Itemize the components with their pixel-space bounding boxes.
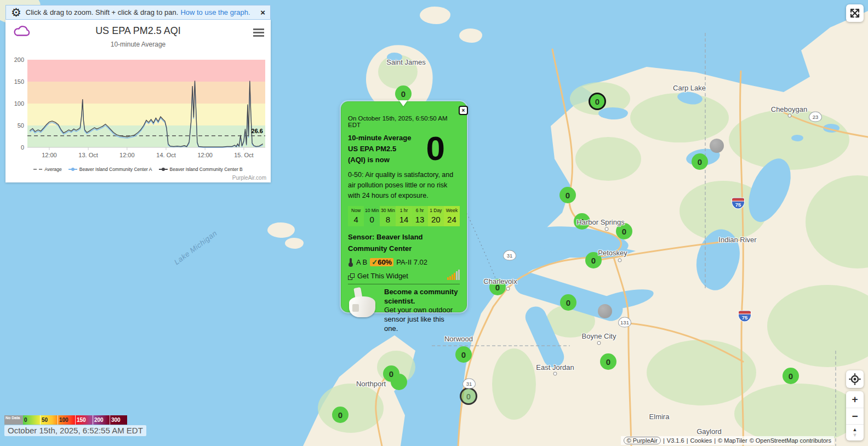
city-label: Norwood	[444, 335, 473, 343]
popup-close-icon[interactable]: ×	[459, 106, 468, 115]
attribution-version: V3.1.6	[667, 437, 684, 444]
svg-text:26.6: 26.6	[252, 128, 263, 134]
sensor-marker[interactable]: 0	[783, 368, 799, 384]
town-dot	[788, 114, 792, 118]
legend-item[interactable]: Beaver Island Community Center B	[159, 167, 243, 172]
widget-copy-icon	[348, 273, 355, 280]
popup-title: 10-minute Average US EPA PM2.5 (AQI) is …	[348, 133, 411, 165]
landmass-island	[267, 222, 295, 238]
aqi-average-cell: 30 Min8	[380, 206, 396, 226]
zoom-out-button[interactable]: −	[846, 408, 864, 424]
highway-shield: 23	[809, 112, 822, 122]
town-dot	[597, 341, 601, 345]
city-label: Northport	[356, 380, 386, 388]
sensor-marker[interactable]: 0	[600, 353, 616, 370]
zoom-in-button[interactable]: +	[846, 391, 864, 408]
how-to-use-link[interactable]: How to use the graph.	[180, 8, 250, 16]
sensor-marker[interactable]: 0	[559, 187, 576, 203]
svg-text:100: 100	[14, 100, 24, 107]
popup-aqi-value: 0	[411, 133, 460, 165]
attribution-cookies-link[interactable]: Cookies	[690, 437, 712, 444]
aqi-average-cell: 6 hr13	[412, 206, 428, 226]
sensor-popup: × On October 15th, 2025, 6:50:50 AM EDT …	[341, 101, 467, 312]
close-icon[interactable]: ×	[260, 8, 265, 17]
svg-text:0: 0	[21, 144, 24, 151]
city-label: Charlevoix	[483, 277, 517, 285]
attribution-bar: © PurpleAir | V3.1.6 | Cookies | © MapTi…	[621, 436, 834, 445]
svg-text:12:00: 12:00	[42, 152, 57, 158]
svg-text:12:00: 12:00	[197, 152, 213, 158]
separator: |	[687, 437, 688, 444]
svg-text:14. Oct: 14. Oct	[156, 152, 175, 158]
sensor-marker[interactable]: 0	[455, 346, 472, 363]
tilt-control[interactable]: ▲ ▼	[846, 424, 864, 441]
confidence-badge: ✓60%	[370, 258, 393, 266]
aqi-average-cell: 1 hr14	[396, 206, 412, 226]
douglas-lake	[598, 107, 628, 119]
landmass-island	[459, 28, 482, 43]
sensor-marker[interactable]: 0	[332, 407, 349, 423]
separator: |	[663, 437, 665, 444]
city-label: Elmira	[649, 413, 670, 421]
attribution-osm-link[interactable]: © OpenStreetMap contributors	[750, 437, 831, 444]
sensor-marker[interactable]: 0	[460, 387, 477, 405]
scale-tick-label: 100	[58, 415, 68, 425]
legend-label: Beaver Island Community Center B	[170, 167, 243, 172]
svg-text:15. Oct: 15. Oct	[234, 152, 253, 158]
cta-text: Get your own outdoor sensor just like th…	[384, 306, 453, 333]
city-label: Boyne City	[582, 332, 616, 340]
chart-title: US EPA PM2.5 AQI	[5, 25, 271, 37]
legend-item[interactable]: Average	[33, 167, 62, 172]
legend-item[interactable]: Beaver Island Community Center A	[68, 167, 152, 172]
attribution-maptiler-link[interactable]: © MapTiler	[718, 437, 747, 444]
attribution-purpleair-link[interactable]: © PurpleAir	[624, 437, 661, 444]
legend-label: Beaver Island Community Center A	[79, 167, 152, 172]
sensor-marker-nodata[interactable]	[598, 304, 612, 318]
highway-shield: 131	[618, 317, 631, 328]
city-label: Petoskey	[598, 249, 627, 257]
sensor-marker[interactable]: 0	[589, 93, 606, 110]
zoom-control-group: + − ▲ ▼	[846, 391, 864, 441]
sensor-marker[interactable]: 0	[692, 153, 708, 170]
scale-tick-label: 150	[75, 415, 86, 425]
highway-shield: 31	[503, 250, 516, 261]
help-text: Click & drag to zoom. Shift + click & dr…	[26, 8, 179, 16]
thermometer-icon	[348, 258, 353, 267]
community-scientist-cta[interactable]: Become a community scientist. Get your o…	[348, 288, 460, 334]
fullscreen-button[interactable]	[846, 4, 864, 22]
town-dot	[506, 287, 510, 291]
aqi-average-cell: Week24	[444, 206, 460, 226]
gear-icon[interactable]: ⚙	[11, 7, 21, 18]
chart-legend: AverageBeaver Island Community Center AB…	[5, 167, 271, 172]
sensor-marker[interactable]: 0	[395, 85, 412, 102]
sensor-marker-nodata[interactable]	[710, 139, 724, 153]
legend-swatch	[68, 169, 77, 170]
aqi-line-chart[interactable]: 05010015020012:0013. Oct12:0014. Oct12:0…	[5, 54, 271, 161]
chart-menu-icon[interactable]	[253, 28, 264, 38]
highway-shield: 31	[462, 379, 476, 389]
town-dot	[605, 227, 609, 231]
city-label: East Jordan	[536, 363, 574, 371]
chart-subtitle: 10-minute Average	[5, 41, 271, 48]
locate-me-button[interactable]	[846, 370, 864, 388]
signal-bars-icon	[447, 270, 460, 280]
legend-label: Average	[44, 167, 62, 172]
aqi-chart-panel: US EPA PM2.5 AQI 10-minute Average 05010…	[5, 20, 271, 182]
town-dot	[553, 372, 557, 376]
popup-timestamp: On October 15th, 2025, 6:50:50 AM EDT	[348, 115, 460, 128]
city-label: Cheboygan	[771, 105, 808, 113]
popup-sensor-name: Sensor: Beaver Island Community Center	[348, 232, 460, 254]
scale-tick-label: 50	[40, 415, 48, 425]
svg-text:12:00: 12:00	[119, 152, 135, 158]
aqi-average-cell: Now4	[348, 206, 364, 226]
legend-swatch	[33, 169, 42, 170]
legend-swatch	[159, 169, 168, 170]
svg-text:50: 50	[18, 122, 24, 129]
aqi-average-cell: 1 Day20	[428, 206, 444, 226]
city-label: Gaylord	[696, 427, 722, 436]
sensor-device-image	[348, 288, 380, 319]
get-widget-link[interactable]: Get This Widget	[357, 272, 408, 280]
sensor-marker[interactable]: 0	[560, 294, 576, 311]
scale-tick-label: 0	[23, 415, 27, 425]
aqi-average-cell: 10 Min0	[364, 206, 380, 226]
